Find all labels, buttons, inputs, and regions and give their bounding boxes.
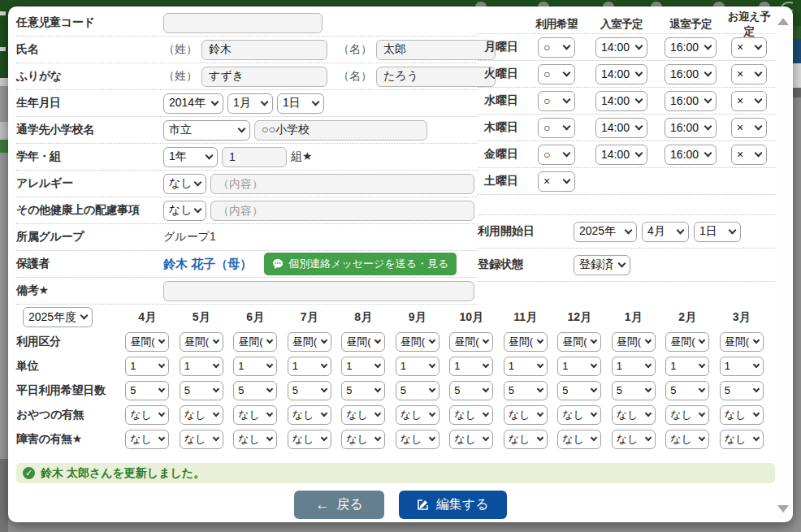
snack-select[interactable]: なし: [612, 405, 656, 425]
last-name-input[interactable]: [201, 40, 327, 60]
pickup-select[interactable]: ×: [731, 37, 767, 58]
disability-select[interactable]: なし: [396, 430, 439, 449]
weekday-count-select[interactable]: 5: [233, 381, 277, 400]
disability-select[interactable]: なし: [125, 430, 169, 449]
fiscal-year-select[interactable]: 2025年度: [23, 307, 93, 327]
unit-select[interactable]: 1: [396, 357, 439, 376]
pickup-select[interactable]: ×: [731, 64, 767, 84]
weekday-count-select[interactable]: 5: [125, 381, 169, 400]
weekday-count-select[interactable]: 5: [720, 381, 764, 400]
disability-select[interactable]: なし: [449, 430, 493, 449]
use-select[interactable]: ○: [538, 64, 575, 84]
weekday-count-select[interactable]: 5: [612, 381, 656, 400]
use-select[interactable]: ○: [538, 118, 575, 138]
pickup-select[interactable]: ×: [731, 145, 767, 165]
unit-select[interactable]: 1: [557, 357, 601, 376]
weekday-count-select[interactable]: 5: [288, 381, 331, 400]
snack-select[interactable]: なし: [288, 405, 331, 425]
usage-type-select[interactable]: 昼間(: [125, 332, 169, 352]
disability-select[interactable]: なし: [504, 430, 548, 449]
allergy-select[interactable]: なし: [163, 174, 206, 194]
registration-status-select[interactable]: 登録済: [574, 255, 630, 275]
grade-year-select[interactable]: 1年: [163, 147, 218, 167]
usage-type-select[interactable]: 昼間(: [233, 332, 277, 352]
unit-select[interactable]: 1: [720, 357, 764, 376]
disability-select[interactable]: なし: [720, 430, 764, 449]
disability-select[interactable]: なし: [341, 430, 385, 449]
snack-select[interactable]: なし: [125, 405, 169, 425]
unit-select[interactable]: 1: [449, 357, 493, 376]
usage-type-select[interactable]: 昼間(: [557, 332, 601, 352]
unit-select[interactable]: 1: [665, 357, 709, 376]
health-detail-input[interactable]: [210, 201, 474, 221]
snack-select[interactable]: なし: [180, 405, 223, 425]
disability-select[interactable]: なし: [665, 430, 709, 449]
entry-time-select[interactable]: 14:00: [595, 118, 647, 138]
entry-time-select[interactable]: 14:00: [595, 91, 647, 111]
entry-time-select[interactable]: 14:00: [595, 64, 647, 84]
usage-type-select[interactable]: 昼間(: [288, 332, 331, 352]
snack-select[interactable]: なし: [396, 405, 439, 425]
scroll-down-icon[interactable]: [777, 505, 789, 513]
birth-year-select[interactable]: 2014年: [163, 93, 223, 114]
school-type-select[interactable]: 市立: [163, 120, 250, 141]
disability-select[interactable]: なし: [288, 430, 331, 449]
unit-select[interactable]: 1: [288, 357, 331, 376]
weekday-count-select[interactable]: 5: [449, 381, 493, 400]
health-select[interactable]: なし: [163, 201, 206, 221]
weekday-count-select[interactable]: 5: [665, 381, 709, 400]
pickup-select[interactable]: ×: [731, 118, 767, 138]
back-button[interactable]: ← 戻る: [294, 491, 383, 519]
unit-select[interactable]: 1: [125, 357, 169, 376]
weekday-count-select[interactable]: 5: [396, 381, 439, 400]
usage-type-select[interactable]: 昼間(: [449, 332, 493, 352]
use-select[interactable]: ×: [538, 171, 575, 192]
use-select[interactable]: ○: [538, 145, 575, 165]
class-number-input[interactable]: [222, 147, 287, 167]
unit-select[interactable]: 1: [180, 357, 223, 376]
weekday-count-select[interactable]: 5: [180, 381, 223, 400]
note-input[interactable]: [163, 281, 474, 301]
scroll-up-icon[interactable]: [777, 18, 789, 25]
usage-type-select[interactable]: 昼間(: [396, 332, 439, 352]
snack-select[interactable]: なし: [233, 405, 277, 425]
disability-select[interactable]: なし: [180, 430, 223, 449]
send-message-button[interactable]: 個別連絡メッセージを送る・見る: [264, 253, 457, 275]
birth-month-select[interactable]: 1月: [227, 93, 273, 114]
unit-select[interactable]: 1: [233, 357, 277, 376]
entry-time-select[interactable]: 14:00: [595, 145, 647, 165]
exit-time-select[interactable]: 16:00: [665, 118, 717, 138]
unit-select[interactable]: 1: [612, 357, 656, 376]
entry-time-select[interactable]: 14:00: [595, 37, 647, 58]
child-code-input[interactable]: [163, 13, 323, 33]
snack-select[interactable]: なし: [665, 405, 709, 425]
exit-time-select[interactable]: 16:00: [665, 145, 717, 165]
exit-time-select[interactable]: 16:00: [665, 37, 717, 58]
usage-type-select[interactable]: 昼間(: [180, 332, 223, 352]
exit-time-select[interactable]: 16:00: [665, 64, 717, 84]
disability-select[interactable]: なし: [612, 430, 656, 449]
exit-time-select[interactable]: 16:00: [665, 91, 717, 111]
weekday-count-select[interactable]: 5: [341, 381, 385, 400]
snack-select[interactable]: なし: [720, 405, 764, 425]
unit-select[interactable]: 1: [341, 357, 385, 376]
disability-select[interactable]: なし: [557, 430, 601, 449]
unit-select[interactable]: 1: [504, 357, 548, 376]
pickup-select[interactable]: ×: [731, 91, 767, 111]
use-select[interactable]: ○: [538, 37, 575, 58]
usage-type-select[interactable]: 昼間(: [665, 332, 709, 352]
snack-select[interactable]: なし: [504, 405, 548, 425]
disability-select[interactable]: なし: [233, 430, 277, 449]
edit-button[interactable]: 編集する: [399, 491, 507, 519]
start-day-select[interactable]: 1日: [694, 222, 741, 242]
snack-select[interactable]: なし: [341, 405, 385, 425]
snack-select[interactable]: なし: [449, 405, 493, 425]
guardian-link[interactable]: 鈴木 花子（母）: [163, 257, 252, 272]
usage-type-select[interactable]: 昼間(: [720, 332, 764, 352]
usage-type-select[interactable]: 昼間(: [612, 332, 656, 352]
weekday-count-select[interactable]: 5: [557, 381, 601, 400]
usage-type-select[interactable]: 昼間(: [341, 332, 385, 352]
usage-type-select[interactable]: 昼間(: [504, 332, 548, 352]
last-name-kana-input[interactable]: [201, 67, 327, 87]
birth-day-select[interactable]: 1日: [277, 93, 324, 114]
